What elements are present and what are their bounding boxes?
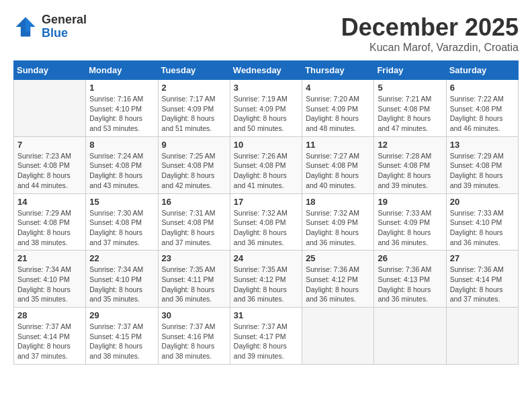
day-info: Sunrise: 7:27 AMSunset: 4:08 PMDaylight:… — [306, 151, 370, 191]
day-number: 2 — [162, 83, 226, 93]
day-number: 18 — [306, 197, 370, 207]
day-info: Sunrise: 7:34 AMSunset: 4:10 PMDaylight:… — [17, 265, 82, 304]
day-info: Sunrise: 7:24 AMSunset: 4:08 PMDaylight:… — [89, 151, 154, 191]
day-number: 20 — [450, 197, 515, 207]
month-title: December 2025 — [341, 13, 519, 42]
day-info: Sunrise: 7:36 AMSunset: 4:13 PMDaylight:… — [378, 265, 442, 304]
calendar-cell: 19Sunrise: 7:33 AMSunset: 4:09 PMDayligh… — [374, 193, 446, 250]
day-info: Sunrise: 7:16 AMSunset: 4:10 PMDaylight:… — [89, 94, 154, 134]
calendar-cell: 14Sunrise: 7:29 AMSunset: 4:08 PMDayligh… — [14, 193, 86, 250]
day-info: Sunrise: 7:31 AMSunset: 4:08 PMDaylight:… — [162, 208, 226, 248]
day-number: 12 — [378, 140, 442, 150]
day-info: Sunrise: 7:34 AMSunset: 4:10 PMDaylight:… — [89, 265, 154, 304]
day-info: Sunrise: 7:37 AMSunset: 4:15 PMDaylight:… — [89, 322, 154, 361]
day-number: 26 — [378, 253, 442, 263]
calendar-cell: 13Sunrise: 7:29 AMSunset: 4:08 PMDayligh… — [446, 136, 518, 193]
calendar-cell: 21Sunrise: 7:34 AMSunset: 4:10 PMDayligh… — [14, 250, 86, 308]
day-number: 17 — [234, 197, 298, 207]
calendar-cell: 9Sunrise: 7:25 AMSunset: 4:08 PMDaylight… — [158, 136, 230, 193]
day-info: Sunrise: 7:30 AMSunset: 4:08 PMDaylight:… — [89, 208, 154, 248]
logo-text: General Blue — [42, 13, 87, 40]
calendar-week-row: 21Sunrise: 7:34 AMSunset: 4:10 PMDayligh… — [14, 250, 519, 308]
calendar-day-header: Saturday — [446, 61, 518, 80]
calendar-cell: 17Sunrise: 7:32 AMSunset: 4:08 PMDayligh… — [230, 193, 302, 250]
calendar-day-header: Sunday — [14, 61, 86, 80]
calendar-day-header: Monday — [86, 61, 158, 80]
day-number: 27 — [450, 253, 515, 263]
day-info: Sunrise: 7:21 AMSunset: 4:08 PMDaylight:… — [378, 94, 442, 134]
page-header: General Blue December 2025 Kucan Marof, … — [13, 13, 519, 54]
calendar-cell: 26Sunrise: 7:36 AMSunset: 4:13 PMDayligh… — [374, 250, 446, 308]
day-number: 9 — [162, 140, 226, 150]
logo: General Blue — [13, 13, 87, 40]
calendar-cell: 11Sunrise: 7:27 AMSunset: 4:08 PMDayligh… — [302, 136, 374, 193]
day-number: 16 — [162, 197, 226, 207]
calendar-week-row: 28Sunrise: 7:37 AMSunset: 4:14 PMDayligh… — [14, 308, 519, 365]
day-number: 5 — [378, 83, 442, 93]
day-info: Sunrise: 7:29 AMSunset: 4:08 PMDaylight:… — [450, 151, 515, 191]
day-info: Sunrise: 7:29 AMSunset: 4:08 PMDaylight:… — [17, 208, 82, 248]
calendar-cell: 8Sunrise: 7:24 AMSunset: 4:08 PMDaylight… — [86, 136, 158, 193]
day-number: 25 — [306, 253, 370, 263]
day-number: 6 — [450, 83, 515, 93]
calendar-cell — [374, 308, 446, 365]
day-info: Sunrise: 7:17 AMSunset: 4:09 PMDaylight:… — [162, 94, 226, 134]
calendar-day-header: Friday — [374, 61, 446, 80]
day-info: Sunrise: 7:25 AMSunset: 4:08 PMDaylight:… — [162, 151, 226, 191]
day-number: 4 — [306, 83, 370, 93]
calendar-cell: 15Sunrise: 7:30 AMSunset: 4:08 PMDayligh… — [86, 193, 158, 250]
calendar-cell: 24Sunrise: 7:35 AMSunset: 4:12 PMDayligh… — [230, 250, 302, 308]
calendar-cell: 25Sunrise: 7:36 AMSunset: 4:12 PMDayligh… — [302, 250, 374, 308]
day-info: Sunrise: 7:37 AMSunset: 4:16 PMDaylight:… — [162, 322, 226, 361]
calendar-cell: 23Sunrise: 7:35 AMSunset: 4:11 PMDayligh… — [158, 250, 230, 308]
day-number: 21 — [17, 253, 82, 263]
day-number: 19 — [378, 197, 442, 207]
title-area: December 2025 Kucan Marof, Varazdin, Cro… — [341, 13, 519, 54]
day-info: Sunrise: 7:37 AMSunset: 4:17 PMDaylight:… — [234, 322, 298, 361]
day-number: 14 — [17, 197, 82, 207]
day-number: 30 — [162, 310, 226, 320]
logo-general: General — [42, 13, 87, 27]
calendar-cell: 20Sunrise: 7:33 AMSunset: 4:10 PMDayligh… — [446, 193, 518, 250]
day-info: Sunrise: 7:32 AMSunset: 4:08 PMDaylight:… — [234, 208, 298, 248]
calendar-cell: 27Sunrise: 7:36 AMSunset: 4:14 PMDayligh… — [446, 250, 518, 308]
logo-blue: Blue — [42, 27, 87, 40]
logo-icon — [13, 15, 38, 39]
calendar-cell — [446, 308, 518, 365]
calendar-cell: 22Sunrise: 7:34 AMSunset: 4:10 PMDayligh… — [86, 250, 158, 308]
calendar-week-row: 14Sunrise: 7:29 AMSunset: 4:08 PMDayligh… — [14, 193, 519, 250]
calendar-day-header: Tuesday — [158, 61, 230, 80]
calendar-cell — [302, 308, 374, 365]
calendar-cell: 31Sunrise: 7:37 AMSunset: 4:17 PMDayligh… — [230, 308, 302, 365]
calendar-header-row: SundayMondayTuesdayWednesdayThursdayFrid… — [14, 61, 519, 80]
day-number: 8 — [89, 140, 154, 150]
day-info: Sunrise: 7:19 AMSunset: 4:09 PMDaylight:… — [234, 94, 298, 134]
day-info: Sunrise: 7:33 AMSunset: 4:10 PMDaylight:… — [450, 208, 515, 248]
calendar-cell: 1Sunrise: 7:16 AMSunset: 4:10 PMDaylight… — [86, 80, 158, 137]
day-number: 7 — [17, 140, 82, 150]
day-info: Sunrise: 7:35 AMSunset: 4:12 PMDaylight:… — [234, 265, 298, 304]
calendar-cell: 12Sunrise: 7:28 AMSunset: 4:08 PMDayligh… — [374, 136, 446, 193]
calendar-week-row: 7Sunrise: 7:23 AMSunset: 4:08 PMDaylight… — [14, 136, 519, 193]
day-info: Sunrise: 7:26 AMSunset: 4:08 PMDaylight:… — [234, 151, 298, 191]
calendar-cell: 29Sunrise: 7:37 AMSunset: 4:15 PMDayligh… — [86, 308, 158, 365]
day-number: 13 — [450, 140, 515, 150]
calendar-cell: 3Sunrise: 7:19 AMSunset: 4:09 PMDaylight… — [230, 80, 302, 137]
calendar-cell: 2Sunrise: 7:17 AMSunset: 4:09 PMDaylight… — [158, 80, 230, 137]
calendar-day-header: Thursday — [302, 61, 374, 80]
day-number: 15 — [89, 197, 154, 207]
calendar-cell: 16Sunrise: 7:31 AMSunset: 4:08 PMDayligh… — [158, 193, 230, 250]
calendar-cell — [14, 80, 86, 137]
day-info: Sunrise: 7:32 AMSunset: 4:09 PMDaylight:… — [306, 208, 370, 248]
day-info: Sunrise: 7:20 AMSunset: 4:09 PMDaylight:… — [306, 94, 370, 134]
day-number: 28 — [17, 310, 82, 320]
calendar-week-row: 1Sunrise: 7:16 AMSunset: 4:10 PMDaylight… — [14, 80, 519, 137]
day-info: Sunrise: 7:36 AMSunset: 4:14 PMDaylight:… — [450, 265, 515, 304]
calendar-cell: 28Sunrise: 7:37 AMSunset: 4:14 PMDayligh… — [14, 308, 86, 365]
day-number: 1 — [89, 83, 154, 93]
day-number: 24 — [234, 253, 298, 263]
calendar-cell: 18Sunrise: 7:32 AMSunset: 4:09 PMDayligh… — [302, 193, 374, 250]
day-info: Sunrise: 7:22 AMSunset: 4:08 PMDaylight:… — [450, 94, 515, 134]
calendar-table: SundayMondayTuesdayWednesdayThursdayFrid… — [13, 60, 519, 365]
calendar-cell: 5Sunrise: 7:21 AMSunset: 4:08 PMDaylight… — [374, 80, 446, 137]
